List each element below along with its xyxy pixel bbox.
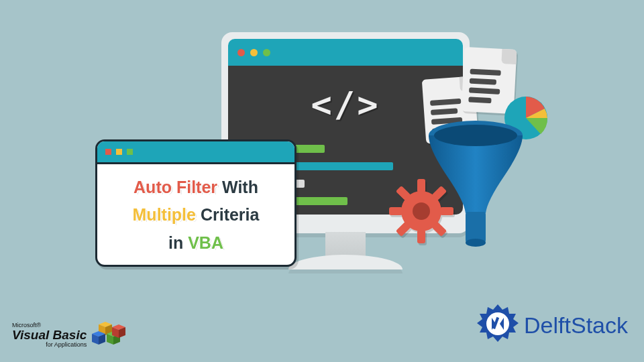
title-text-with: With — [217, 178, 258, 196]
title-text-autofilter: Auto Filter — [133, 178, 217, 196]
gear-icon — [388, 178, 455, 245]
window-control-icon — [127, 149, 133, 155]
svg-point-4 — [466, 239, 486, 247]
vb-sub-label: for Applications — [12, 342, 87, 348]
title-text-in: in — [168, 233, 188, 252]
svg-point-2 — [434, 125, 517, 146]
vb-main-label: Visual Basic — [12, 328, 87, 342]
svg-rect-7 — [417, 230, 425, 243]
code-tag-icon: </> — [311, 84, 380, 125]
svg-point-14 — [413, 202, 430, 220]
traffic-light-red-icon — [237, 49, 245, 56]
title-text-vba: VBA — [188, 233, 223, 252]
svg-point-27 — [486, 312, 509, 335]
window-control-icon — [105, 149, 111, 155]
delftstack-emblem-icon — [476, 303, 520, 347]
svg-rect-9 — [440, 207, 453, 215]
delftstack-text: DelftStack — [524, 312, 628, 339]
window-control-icon — [116, 149, 122, 155]
traffic-light-yellow-icon — [250, 49, 258, 56]
vb-cubes-icon — [91, 320, 125, 350]
traffic-light-green-icon — [263, 49, 270, 56]
visual-basic-logo: Microsoft® Visual Basic for Applications — [12, 320, 125, 350]
window-titlebar — [228, 39, 463, 66]
monitor-stand-base — [288, 255, 402, 269]
title-card-titlebar — [97, 141, 294, 164]
title-card: Auto Filter With Multiple Criteria in VB… — [95, 139, 297, 267]
svg-rect-3 — [466, 212, 486, 243]
delftstack-logo: DelftStack — [476, 303, 628, 347]
title-text-multiple: Multiple — [133, 205, 196, 224]
title-text-criteria: Criteria — [196, 205, 259, 224]
svg-rect-6 — [417, 179, 425, 192]
svg-rect-8 — [389, 207, 402, 215]
title-card-body: Auto Filter With Multiple Criteria in VB… — [97, 164, 294, 266]
vb-logo-text: Microsoft® Visual Basic for Applications — [12, 322, 87, 349]
